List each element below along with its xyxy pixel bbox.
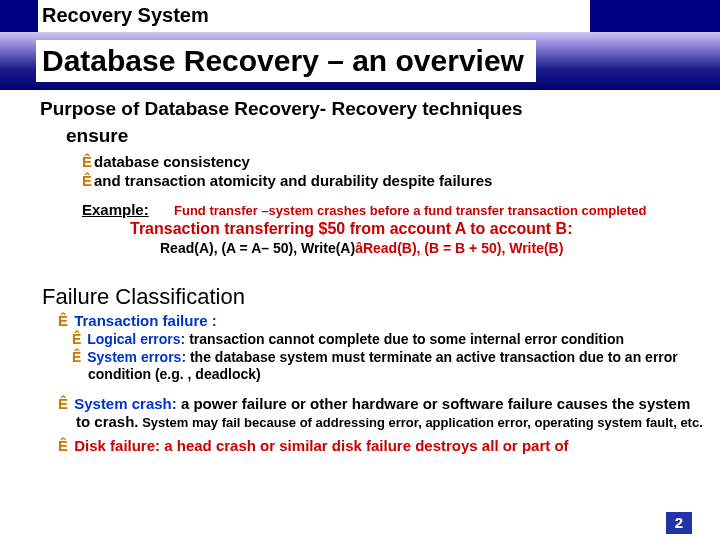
rw-a: Read(A), (A = A– 50), Write(A) <box>160 240 355 256</box>
down-arrow-icon: â <box>355 240 363 256</box>
header-topic: Recovery System <box>38 0 590 32</box>
purpose-line1: Purpose of Database Recovery- Recovery t… <box>40 98 706 121</box>
logical-desc: transaction cannot complete due to some … <box>185 331 624 347</box>
title-band: Database Recovery – an overview <box>0 32 720 90</box>
transfer-line: Transaction transferring $50 from accoun… <box>40 220 706 238</box>
arrow-icon: Ê <box>58 437 68 454</box>
arrow-icon: Ê <box>82 153 92 170</box>
example-desc: Fund transfer –system crashes before a f… <box>174 203 646 218</box>
header-left-block <box>0 0 38 32</box>
arrow-icon: Ê <box>58 312 68 329</box>
page-number: 2 <box>666 512 692 534</box>
example-row: Example: Fund transfer –system crashes b… <box>40 201 706 218</box>
crash-label: System crash: <box>74 395 177 412</box>
purpose-bullet-2: Êand transaction atomicity and durabilit… <box>40 171 706 191</box>
system-error-line: Ê System errors: the database system mus… <box>40 349 706 383</box>
header-right-block <box>590 0 720 32</box>
read-write-line: Read(A), (A = A– 50), Write(A)âRead(B), … <box>40 240 706 256</box>
arrow-icon: Ê <box>58 395 68 412</box>
example-label: Example: <box>82 201 149 218</box>
header-bar: Recovery System <box>0 0 720 32</box>
failure-heading: Failure Classification <box>42 284 706 310</box>
rw-b: Read(B), (B = B + 50), Write(B) <box>363 240 563 256</box>
logical-label: Logical errors: <box>87 331 185 347</box>
arrow-icon: Ê <box>82 172 92 189</box>
content-area: Purpose of Database Recovery- Recovery t… <box>0 90 720 454</box>
slide-title: Database Recovery – an overview <box>36 40 536 82</box>
purpose-bullet-2-text: and transaction atomicity and durability… <box>94 172 492 189</box>
logical-error-line: Ê Logical errors: transaction cannot com… <box>40 331 706 348</box>
arrow-icon: Ê <box>72 349 81 365</box>
system-label: System errors: <box>87 349 186 365</box>
purpose-line2: ensure <box>40 125 706 148</box>
arrow-icon: Ê <box>72 331 81 347</box>
system-crash-block: Ê System crash: a power failure or other… <box>40 395 706 431</box>
disk-label: Disk failure: <box>74 437 160 454</box>
disk-failure-line: Ê Disk failure: a head crash or similar … <box>40 437 706 454</box>
disk-desc: a head crash or similar disk failure des… <box>160 437 568 454</box>
purpose-bullet-1-text: database consistency <box>94 153 250 170</box>
crash-desc2: System may fail because of addressing er… <box>139 415 703 430</box>
txn-failure-label: Transaction failure : <box>74 312 217 329</box>
txn-failure-bullet: Ê Transaction failure : <box>40 312 706 331</box>
purpose-bullet-1: Êdatabase consistency <box>40 152 706 172</box>
